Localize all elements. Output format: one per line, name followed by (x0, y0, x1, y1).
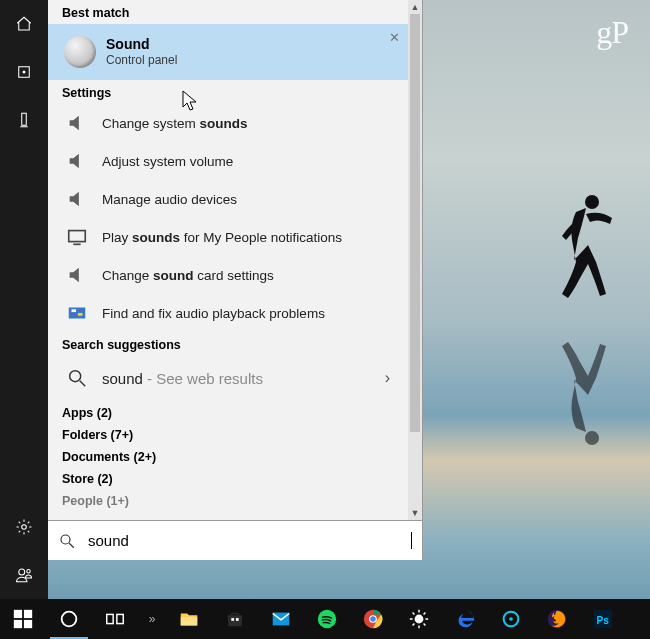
chevron-right-icon: › (385, 369, 396, 387)
start-left-rail (0, 0, 48, 599)
taskbar-brightness[interactable] (396, 599, 442, 639)
result-label: Play sounds for My People notifications (102, 230, 342, 245)
svg-point-22 (62, 612, 77, 627)
svg-rect-12 (72, 309, 77, 312)
svg-point-33 (415, 615, 422, 622)
settings-item-sound-card[interactable]: Change sound card settings (48, 256, 408, 294)
category-apps[interactable]: Apps (2) (48, 400, 408, 422)
cortana-button[interactable] (46, 599, 92, 639)
best-match-subtitle: Control panel (106, 53, 177, 68)
settings-item-adjust-volume[interactable]: Adjust system volume (48, 142, 408, 180)
results-scroll-area: Best match Sound Control panel ✕ Setting… (48, 0, 422, 520)
svg-rect-11 (69, 308, 86, 319)
svg-rect-24 (117, 614, 123, 623)
settings-item-my-people-sounds[interactable]: Play sounds for My People notifications (48, 218, 408, 256)
svg-rect-25 (181, 617, 198, 625)
suggestion-label: sound - See web results (102, 370, 263, 387)
scroll-down-arrow-icon[interactable]: ▼ (408, 506, 422, 520)
result-label: Change sound card settings (102, 268, 274, 283)
rail-home-icon[interactable] (0, 0, 48, 48)
svg-point-32 (370, 616, 376, 622)
speaker-icon (66, 188, 88, 210)
task-view-button[interactable] (92, 599, 138, 639)
svg-rect-26 (231, 618, 234, 621)
taskbar-edge[interactable] (442, 599, 488, 639)
search-input[interactable] (86, 531, 410, 550)
rail-device-icon[interactable] (0, 96, 48, 144)
svg-point-14 (70, 371, 81, 382)
mouse-cursor (182, 90, 199, 114)
svg-text:Ps: Ps (597, 615, 610, 626)
desktop-wallpaper: gP Best match Sound Control panel ✕ Sett… (0, 0, 650, 639)
category-documents[interactable]: Documents (2+) (48, 444, 408, 466)
taskbar-file-explorer[interactable] (166, 599, 212, 639)
svg-rect-9 (69, 231, 86, 242)
taskbar: » Ps (0, 599, 650, 639)
svg-rect-27 (236, 618, 239, 621)
speaker-round-icon (64, 36, 96, 68)
best-match-header: Best match (48, 0, 408, 24)
rail-box-icon[interactable] (0, 48, 48, 96)
svg-rect-19 (24, 610, 32, 618)
category-folders[interactable]: Folders (7+) (48, 422, 408, 444)
svg-point-6 (22, 525, 27, 530)
search-box[interactable] (48, 520, 422, 560)
taskbar-photoshop[interactable]: Ps (580, 599, 626, 639)
speaker-icon (66, 150, 88, 172)
svg-point-8 (27, 570, 30, 573)
svg-rect-23 (107, 614, 113, 623)
taskbar-spotify[interactable] (304, 599, 350, 639)
vertical-scrollbar[interactable]: ▲ ▼ (408, 0, 422, 520)
svg-point-7 (19, 569, 25, 575)
svg-rect-4 (22, 113, 27, 125)
speaker-icon (66, 112, 88, 134)
svg-rect-21 (24, 620, 32, 628)
svg-line-15 (80, 381, 86, 387)
taskbar-store[interactable] (212, 599, 258, 639)
close-icon[interactable]: ✕ (389, 30, 400, 45)
rail-settings-icon[interactable] (0, 503, 48, 551)
result-label: Manage audio devices (102, 192, 237, 207)
svg-rect-20 (14, 620, 22, 628)
scroll-up-arrow-icon[interactable]: ▲ (408, 0, 422, 14)
taskbar-firefox[interactable] (534, 599, 580, 639)
wallpaper-runner-figure (552, 190, 622, 300)
overflow-chevrons-icon[interactable]: » (138, 599, 166, 639)
monitor-icon (66, 226, 88, 248)
svg-rect-13 (78, 313, 83, 316)
category-people[interactable]: People (1+) (48, 488, 408, 510)
settings-item-change-system-sounds[interactable]: Change system sounds (48, 104, 408, 142)
wallpaper-runner-reflection (552, 340, 622, 450)
scrollbar-thumb[interactable] (410, 14, 420, 432)
category-store[interactable]: Store (2) (48, 466, 408, 488)
speaker-icon (66, 264, 88, 286)
search-suggestions-header: Search suggestions (48, 332, 408, 356)
taskbar-circle-app[interactable] (488, 599, 534, 639)
svg-rect-18 (14, 610, 22, 618)
watermark-text: gP (596, 14, 628, 51)
rail-account-icon[interactable] (0, 551, 48, 599)
result-label: Change system sounds (102, 116, 248, 131)
best-match-title: Sound (106, 36, 177, 54)
search-results-panel: Best match Sound Control panel ✕ Setting… (48, 0, 423, 560)
best-match-result[interactable]: Sound Control panel ✕ (48, 24, 408, 80)
taskbar-mail[interactable] (258, 599, 304, 639)
svg-point-35 (509, 617, 513, 621)
result-label: Adjust system volume (102, 154, 233, 169)
svg-line-17 (69, 543, 74, 548)
search-icon (66, 367, 88, 389)
web-suggestion-item[interactable]: sound - See web results › (48, 356, 408, 400)
start-button[interactable] (0, 599, 46, 639)
svg-point-16 (61, 535, 70, 544)
settings-item-troubleshoot-audio[interactable]: Find and fix audio playback problems (48, 294, 408, 332)
settings-item-manage-audio[interactable]: Manage audio devices (48, 180, 408, 218)
svg-point-0 (585, 195, 599, 209)
svg-point-1 (585, 431, 599, 445)
troubleshoot-icon (66, 302, 88, 324)
result-label: Find and fix audio playback problems (102, 306, 325, 321)
taskbar-chrome[interactable] (350, 599, 396, 639)
text-caret (411, 532, 412, 549)
settings-header: Settings (48, 80, 408, 104)
search-icon (58, 532, 76, 550)
svg-point-3 (23, 71, 26, 74)
